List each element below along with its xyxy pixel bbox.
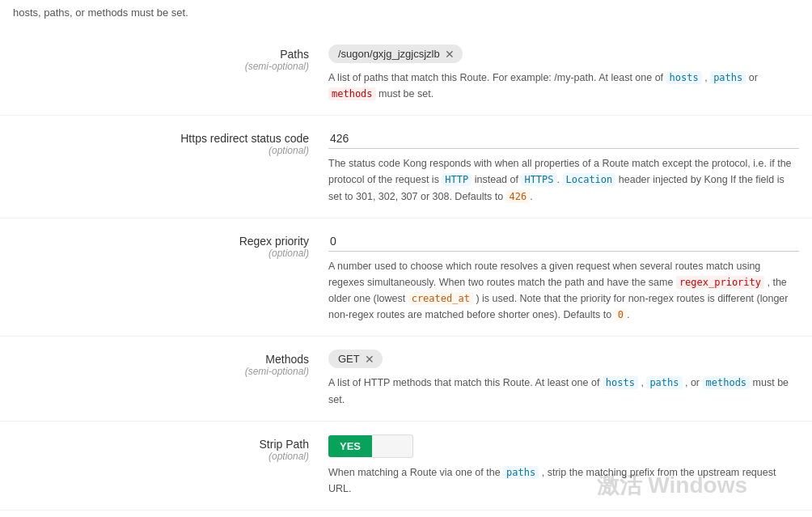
methods-tag-value: GET bbox=[338, 353, 360, 365]
strip-path-description: When matching a Route via one of the pat… bbox=[328, 464, 799, 497]
methods-row: Methods (semi-optional) GET ✕ A list of … bbox=[0, 337, 812, 421]
methods-code-paths: paths bbox=[646, 376, 682, 389]
top-note: hosts, paths, or methods must be set. bbox=[0, 0, 812, 32]
paths-tag: /sugon/gxjg_jzgjcsjzlb ✕ bbox=[328, 44, 463, 63]
methods-tag: GET ✕ bbox=[328, 350, 383, 368]
paths-content: /sugon/gxjg_jzgjcsjzlb ✕ A list of paths… bbox=[328, 44, 799, 102]
paths-row: Paths (semi-optional) /sugon/gxjg_jzgjcs… bbox=[0, 32, 812, 116]
regex-priority-zero-code: 0 bbox=[615, 308, 627, 321]
regex-priority-optional: (optional) bbox=[13, 248, 309, 259]
page-container: hosts, paths, or methods must be set. Pa… bbox=[0, 0, 812, 517]
paths-label-col: Paths (semi-optional) bbox=[13, 44, 328, 72]
methods-description: A list of HTTP methods that match this R… bbox=[328, 375, 799, 407]
strip-path-code-paths: paths bbox=[503, 466, 539, 479]
top-note-text: hosts, paths, or methods must be set. bbox=[13, 6, 188, 19]
methods-code-methods: methods bbox=[703, 376, 751, 389]
strip-path-row: Strip Path (optional) YES When matching … bbox=[0, 422, 812, 511]
paths-code-methods: methods bbox=[328, 87, 376, 100]
methods-tag-container: GET ✕ bbox=[328, 350, 799, 368]
https-redirect-https-code: HTTPS bbox=[521, 173, 556, 186]
methods-tag-remove-button[interactable]: ✕ bbox=[365, 354, 374, 365]
paths-tag-container: /sugon/gxjg_jzgjcsjzlb ✕ bbox=[328, 44, 799, 63]
https-redirect-row: Https redirect status code (optional) Th… bbox=[0, 116, 812, 218]
methods-optional: (semi-optional) bbox=[13, 366, 309, 377]
regex-priority-description: A number used to choose which route reso… bbox=[328, 258, 799, 324]
https-redirect-label: Https redirect status code bbox=[13, 132, 309, 145]
https-redirect-location-code: Location bbox=[563, 173, 616, 186]
regex-priority-input[interactable] bbox=[328, 231, 799, 252]
regex-priority-content: A number used to choose which route reso… bbox=[328, 231, 799, 324]
https-redirect-426-code: 426 bbox=[506, 190, 531, 203]
paths-tag-remove-button[interactable]: ✕ bbox=[445, 49, 455, 60]
strip-path-label: Strip Path bbox=[13, 438, 309, 451]
regex-priority-label: Regex priority bbox=[13, 235, 309, 248]
strip-path-optional: (optional) bbox=[13, 451, 309, 462]
methods-code-hosts: hosts bbox=[603, 376, 638, 389]
strip-path-yes-button[interactable]: YES bbox=[328, 435, 372, 457]
strip-path-no-button[interactable] bbox=[372, 434, 413, 458]
paths-code-hosts: hosts bbox=[666, 71, 702, 84]
methods-content: GET ✕ A list of HTTP methods that match … bbox=[328, 350, 799, 407]
paths-tag-value: /sugon/gxjg_jzgjcsjzlb bbox=[338, 48, 440, 60]
https-redirect-label-col: Https redirect status code (optional) bbox=[13, 129, 328, 156]
methods-label: Methods bbox=[13, 353, 309, 366]
paths-optional: (semi-optional) bbox=[13, 61, 309, 72]
https-redirect-input[interactable] bbox=[328, 129, 799, 149]
https-redirect-description: The status code Kong responds with when … bbox=[328, 155, 799, 204]
strip-path-toggle: YES bbox=[328, 434, 799, 458]
regex-priority-regex-code: regex_priority bbox=[676, 276, 764, 289]
https-redirect-content: The status code Kong responds with when … bbox=[328, 129, 799, 204]
content-area: hosts, paths, or methods must be set. Pa… bbox=[0, 0, 812, 511]
https-redirect-http-code: HTTP bbox=[442, 173, 472, 186]
https-redirect-optional: (optional) bbox=[13, 145, 309, 156]
strip-path-label-col: Strip Path (optional) bbox=[13, 434, 328, 462]
paths-description: A list of paths that match this Route. F… bbox=[328, 70, 799, 102]
regex-priority-label-col: Regex priority (optional) bbox=[13, 231, 328, 259]
paths-code-paths: paths bbox=[710, 71, 746, 84]
regex-priority-created-code: created_at bbox=[408, 292, 473, 305]
regex-priority-row: Regex priority (optional) A number used … bbox=[0, 218, 812, 337]
methods-label-col: Methods (semi-optional) bbox=[13, 350, 328, 377]
strip-path-content: YES When matching a Route via one of the… bbox=[328, 434, 799, 497]
paths-label: Paths bbox=[13, 48, 309, 61]
